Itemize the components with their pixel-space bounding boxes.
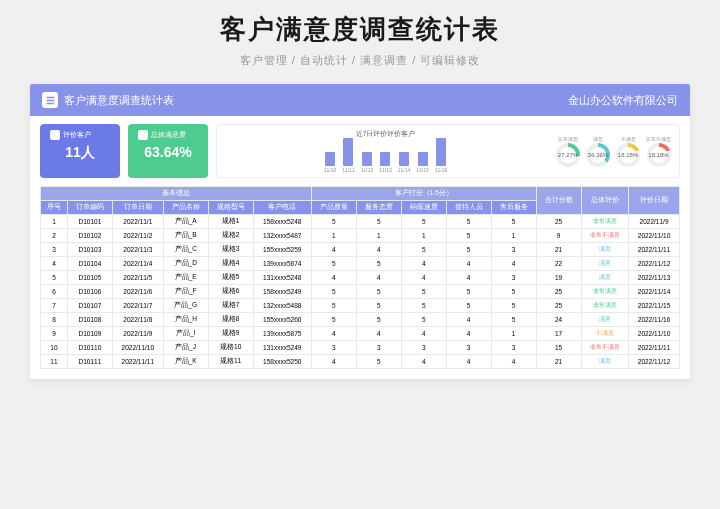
- data-table: 基本信息 客户打分（1-5分） 合计分数 总体评价 评价日期 序号订单编码订单日…: [40, 186, 680, 369]
- donut-ring: 18.18%: [647, 143, 671, 167]
- table-row: 11D101112022/11/11产品_K规格11158xxxx5250454…: [41, 355, 680, 369]
- table-row: 7D101072022/11/7产品_G规格7132xxxx5488555552…: [41, 299, 680, 313]
- rating-badge: 满意: [599, 274, 611, 280]
- th-group-scoring: 客户打分（1-5分）: [311, 187, 536, 201]
- table-row: 4D101042022/11/4产品_D规格4139xxxx5874554442…: [41, 257, 680, 271]
- stats-row: 评价客户 11人 总体满意度 63.64% 近7日评价评价客户 11/1011/…: [30, 116, 690, 186]
- hero-title: 客户满意度调查统计表: [0, 12, 720, 47]
- th: 规格型号: [208, 201, 253, 215]
- sheet-topbar: ☰ 客户满意度调查统计表 金山办公软件有限公司: [30, 84, 690, 116]
- donut-ring: 36.36%: [586, 143, 610, 167]
- th-date: 评价日期: [629, 187, 680, 215]
- th-group-basic: 基本信息: [41, 187, 312, 201]
- card-overall: 总体满意度 63.64%: [128, 124, 208, 178]
- rating-badge: 非常满意: [593, 218, 617, 224]
- th: 订单日期: [112, 201, 163, 215]
- hero-subtitle: 客户管理 / 自动统计 / 满意调查 / 可编辑修改: [0, 53, 720, 68]
- bar-chart: 近7日评价评价客户 11/1011/1111/1211/1311/1411/15…: [225, 129, 546, 173]
- phone-icon: [50, 130, 60, 140]
- bar: [399, 152, 409, 166]
- overall-value: 63.64%: [138, 144, 198, 160]
- table-row: 6D101062022/11/6产品_F规格6158xxxx5249555552…: [41, 285, 680, 299]
- th-total: 合计分数: [536, 187, 581, 215]
- th: 产品名称: [163, 201, 208, 215]
- donut-ring: 27.27%: [556, 143, 580, 167]
- bar: [380, 152, 390, 166]
- checklist-icon: ☰: [42, 92, 58, 108]
- rating-badge: 非常满意: [593, 302, 617, 308]
- rating-badge: 满意: [599, 246, 611, 252]
- th: 客户电话: [253, 201, 311, 215]
- hero: 客户满意度调查统计表 客户管理 / 自动统计 / 满意调查 / 可编辑修改: [0, 0, 720, 76]
- th: 序号: [41, 201, 68, 215]
- table-row: 10D101102022/11/10产品_J规格10131xxxx5249333…: [41, 341, 680, 355]
- rating-badge: 满意: [599, 260, 611, 266]
- donut-ring: 18.18%: [616, 143, 640, 167]
- table-row: 1D101012022/11/1产品_A规格1158xxxx5248555552…: [41, 215, 680, 229]
- th: 订单编码: [67, 201, 112, 215]
- th: 响应速度: [401, 201, 446, 215]
- customers-value: 11人: [50, 144, 110, 162]
- donut-row: 非常满意27.27%满意36.36%不满意18.18%非常不满意18.18%: [556, 129, 671, 173]
- table-row: 8D101082022/11/8产品_H规格8155xxxx5260555452…: [41, 313, 680, 327]
- bar: [362, 152, 372, 166]
- rating-badge: 不满意: [596, 330, 614, 336]
- rating-badge: 满意: [599, 316, 611, 322]
- company-name: 金山办公软件有限公司: [568, 93, 678, 108]
- bar: [418, 152, 428, 166]
- chart-area: 近7日评价评价客户 11/1011/1111/1211/1311/1411/15…: [216, 124, 680, 178]
- bar: [343, 138, 353, 166]
- th: 售后服务: [491, 201, 536, 215]
- th: 服务态度: [356, 201, 401, 215]
- bar: [436, 138, 446, 166]
- card-customers: 评价客户 11人: [40, 124, 120, 178]
- sheet-title: 客户满意度调查统计表: [64, 93, 174, 108]
- rating-badge: 非常满意: [593, 288, 617, 294]
- rating-badge: 非常不满意: [590, 232, 620, 238]
- th-overall: 总体评价: [581, 187, 629, 215]
- chart-icon: [138, 130, 148, 140]
- rating-badge: 满意: [599, 358, 611, 364]
- spreadsheet-preview: ☰ 客户满意度调查统计表 金山办公软件有限公司 评价客户 11人 总体满意度 6…: [30, 84, 690, 379]
- table-row: 3D101032022/11/3产品_C规格3155xxxx5259445532…: [41, 243, 680, 257]
- th: 接待人员: [446, 201, 491, 215]
- table-row: 5D101052022/11/5产品_E规格5131xxxx5248444431…: [41, 271, 680, 285]
- table-row: 2D101022022/11/2产品_B规格2132xxxx5487111519…: [41, 229, 680, 243]
- rating-badge: 非常不满意: [590, 344, 620, 350]
- th: 产品质量: [311, 201, 356, 215]
- table-row: 9D101092022/11/9产品_I规格9139xxxx5875444411…: [41, 327, 680, 341]
- bar: [325, 152, 335, 166]
